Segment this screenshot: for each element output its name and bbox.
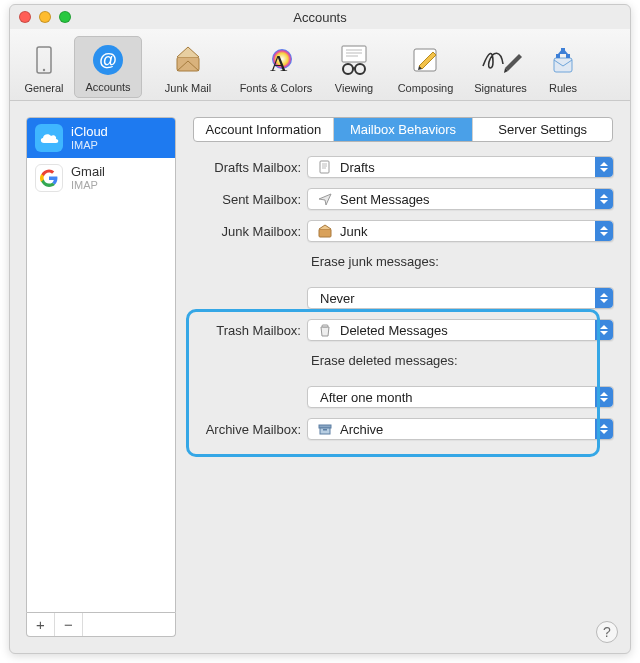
row-junk: Junk Mailbox: Junk [192,220,614,242]
google-icon [35,164,63,192]
trash-value: Deleted Messages [336,323,448,338]
svg-text:@: @ [99,50,117,70]
toolbar-label: Junk Mail [144,82,232,94]
sent-value: Sent Messages [336,192,430,207]
erase-deleted-popup[interactable]: After one month [307,386,614,408]
tab-account-information[interactable]: Account Information [194,118,334,141]
junk-value: Junk [336,224,367,239]
window-title: Accounts [293,10,346,25]
traffic-lights [19,11,71,23]
svg-rect-14 [554,58,572,72]
svg-rect-22 [319,229,331,237]
archive-icon [314,422,336,436]
account-protocol: IMAP [71,179,105,191]
minimize-icon[interactable] [39,11,51,23]
chevron-updown-icon [595,320,613,340]
erase-junk-label: Erase junk messages: [307,252,614,277]
trash-label: Trash Mailbox: [192,323,307,338]
toolbar-signatures[interactable]: Signatures [463,38,538,98]
junk-mailbox-popup[interactable]: Junk [307,220,614,242]
toolbar-rules[interactable]: Rules [538,38,588,98]
svg-rect-15 [556,54,560,58]
tab-server-settings[interactable]: Server Settings [473,118,612,141]
chevron-updown-icon [595,419,613,439]
row-erase-junk-label: Erase junk messages: [192,252,614,277]
toolbar-label: Composing [388,82,463,94]
svg-rect-16 [566,54,570,58]
accounts-sidebar: iCloud IMAP Gmail IMAP + − [26,117,176,637]
toolbar-label: Accounts [75,81,141,93]
svg-rect-7 [342,46,366,62]
account-name: Gmail [71,165,105,179]
tab-mailbox-behaviors[interactable]: Mailbox Behaviors [334,118,474,141]
toolbar-composing[interactable]: Composing [388,38,463,98]
chevron-updown-icon [595,221,613,241]
row-sent: Sent Mailbox: Sent Messages [192,188,614,210]
row-erase-deleted-label: Erase deleted messages: [192,351,614,376]
chevron-updown-icon [595,387,613,407]
sent-label: Sent Mailbox: [192,192,307,207]
erase-deleted-label: Erase deleted messages: [307,351,614,376]
svg-rect-17 [561,48,565,52]
toolbar-viewing[interactable]: Viewing [320,38,388,98]
account-protocol: IMAP [71,139,108,151]
remove-account-button[interactable]: − [55,613,83,636]
document-icon [314,160,336,174]
svg-rect-18 [320,161,329,173]
accounts-list: iCloud IMAP Gmail IMAP [26,117,176,613]
viewing-icon [320,42,388,80]
archive-mailbox-popup[interactable]: Archive [307,418,614,440]
svg-point-1 [43,69,45,71]
archive-label: Archive Mailbox: [192,422,307,437]
toolbar-accounts[interactable]: @ Accounts [74,36,142,98]
erase-deleted-value: After one month [314,390,413,405]
settings-panel: Account Information Mailbox Behaviors Se… [192,117,614,637]
svg-point-12 [355,64,365,74]
titlebar: Accounts [10,5,630,29]
add-account-button[interactable]: + [27,613,55,636]
signatures-icon [463,42,538,80]
trash-icon [314,323,336,337]
archive-value: Archive [336,422,383,437]
drafts-mailbox-popup[interactable]: Drafts [307,156,614,178]
toolbar-label: Signatures [463,82,538,94]
cloud-icon [35,124,63,152]
drafts-value: Drafts [336,160,375,175]
account-row-gmail[interactable]: Gmail IMAP [27,158,175,198]
svg-rect-23 [322,325,328,327]
preferences-window: Accounts General @ Accounts Junk Mail [9,4,631,654]
erase-junk-value: Never [314,291,355,306]
erase-junk-popup[interactable]: Never [307,287,614,309]
junk-box-icon [314,224,336,238]
row-erase-deleted: After one month [192,386,614,408]
toolbar-label: General [16,82,72,94]
trash-mailbox-popup[interactable]: Deleted Messages [307,319,614,341]
row-trash: Trash Mailbox: Deleted Messages [192,319,614,341]
paper-plane-icon [314,192,336,206]
svg-text:A: A [270,50,288,76]
toolbar-junk-mail[interactable]: Junk Mail [144,38,232,98]
row-erase-junk: Never [192,287,614,309]
chevron-updown-icon [595,288,613,308]
svg-rect-4 [177,57,199,71]
toolbar-fonts-colors[interactable]: A Fonts & Colors [232,38,320,98]
account-row-icloud[interactable]: iCloud IMAP [27,118,175,158]
help-button[interactable]: ? [596,621,618,643]
row-archive: Archive Mailbox: Archive [192,418,614,440]
composing-icon [388,42,463,80]
svg-rect-25 [320,428,330,434]
preferences-toolbar: General @ Accounts Junk Mail A [10,29,630,101]
content-area: iCloud IMAP Gmail IMAP + − [10,101,630,653]
general-icon [16,42,72,80]
zoom-icon[interactable] [59,11,71,23]
sent-mailbox-popup[interactable]: Sent Messages [307,188,614,210]
accounts-icon: @ [75,41,141,79]
toolbar-general[interactable]: General [16,38,72,98]
row-drafts: Drafts Mailbox: Drafts [192,156,614,178]
account-name: iCloud [71,125,108,139]
chevron-updown-icon [595,157,613,177]
close-icon[interactable] [19,11,31,23]
panel-tabs: Account Information Mailbox Behaviors Se… [193,117,613,142]
junk-label: Junk Mailbox: [192,224,307,239]
toolbar-label: Viewing [320,82,388,94]
